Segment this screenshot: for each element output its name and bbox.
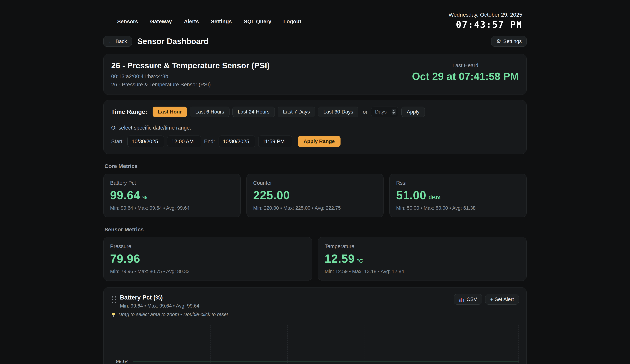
- metric-stats: Min: 12.59 • Max: 13.18 • Avg: 12.84: [325, 269, 520, 274]
- set-alert-button[interactable]: + Set Alert: [485, 294, 519, 305]
- number-spinner-icon[interactable]: [392, 109, 396, 115]
- sensor-subtitle: 26 - Pressure & Temperature Sensor (PSI): [111, 82, 270, 88]
- metric-value: 225.00: [253, 189, 290, 202]
- main-nav: Sensors Gateway Alerts Settings SQL Quer…: [103, 18, 301, 24]
- gridline: [287, 325, 288, 364]
- metric-label: Temperature: [325, 243, 520, 249]
- set-alert-label: + Set Alert: [490, 296, 514, 302]
- metric-unit: °C: [357, 258, 363, 264]
- metric-label: Battery Pct: [110, 180, 234, 186]
- sensor-info-card: 26 - Pressure & Temperature Sensor (PSI)…: [103, 54, 527, 95]
- start-time-input[interactable]: [167, 136, 201, 147]
- chart-plot[interactable]: [133, 325, 519, 364]
- metric-stats: Min: 220.00 • Max: 225.00 • Avg: 222.75: [253, 205, 377, 211]
- chart-hint-text: Drag to select area to zoom • Double-cli…: [118, 312, 228, 317]
- metric-unit: dBm: [428, 194, 440, 201]
- drag-handle-icon[interactable]: [112, 296, 116, 303]
- custom-range-section: Or select specific date/time range: Star…: [111, 125, 519, 147]
- nav-item-alerts[interactable]: Alerts: [184, 18, 199, 24]
- sensor-info-left: 26 - Pressure & Temperature Sensor (PSI)…: [111, 61, 270, 88]
- back-button-label: Back: [116, 38, 127, 44]
- metric-card-pressure: Pressure 79.96 Min: 79.96 • Max: 80.75 •…: [103, 237, 312, 281]
- settings-button[interactable]: ⚙ Settings: [491, 36, 527, 47]
- csv-button-label: CSV: [466, 296, 477, 302]
- time-range-label: Time Range:: [111, 108, 147, 115]
- end-label: End:: [204, 138, 215, 144]
- y-axis-tick-label: 99.64: [116, 359, 129, 364]
- metric-value: 79.96: [110, 252, 140, 265]
- battery-series-line: [133, 361, 519, 362]
- last-heard-block: Last Heard Oct 29 at 07:41:58 PM: [412, 61, 519, 82]
- metric-card-battery-pct: Battery Pct 99.64 % Min: 99.64 • Max: 99…: [103, 174, 240, 217]
- preset-last-30-days[interactable]: Last 30 Days: [318, 107, 358, 117]
- page-container: Sensors Gateway Alerts Settings SQL Quer…: [103, 0, 527, 364]
- nav-item-logout[interactable]: Logout: [283, 18, 301, 24]
- page-header: ← Back Sensor Dashboard ⚙ Settings: [103, 36, 527, 47]
- nav-item-sensors[interactable]: Sensors: [117, 18, 138, 24]
- clock-time: 07:43:57 PM: [448, 19, 522, 30]
- apply-range-button[interactable]: Apply Range: [298, 136, 340, 147]
- chart-title-block: Battery Pct (%) Min: 99.64 • Max: 99.64 …: [120, 294, 200, 309]
- nav-item-sql-query[interactable]: SQL Query: [244, 18, 271, 24]
- sensor-metrics-heading: Sensor Metrics: [103, 226, 527, 233]
- metric-value: 51.00: [396, 189, 426, 202]
- clock-date: Wednesday, October 29, 2025: [448, 12, 522, 18]
- preset-last-24-hours[interactable]: Last 24 Hours: [232, 107, 275, 117]
- lightbulb-icon: [111, 312, 116, 317]
- top-bar: Sensors Gateway Alerts Settings SQL Quer…: [103, 0, 527, 30]
- chart-buttons: CSV + Set Alert: [454, 294, 519, 305]
- metric-unit: %: [142, 194, 147, 201]
- metric-value-row: 225.00: [253, 189, 377, 202]
- chart-title: Battery Pct (%): [120, 294, 200, 301]
- sensor-title: 26 - Pressure & Temperature Sensor (PSI): [111, 61, 270, 70]
- metric-value-row: 51.00 dBm: [396, 189, 520, 202]
- battery-chart-panel: Battery Pct (%) Min: 99.64 • Max: 99.64 …: [103, 287, 527, 364]
- preset-last-7-days[interactable]: Last 7 Days: [278, 107, 315, 117]
- nav-item-gateway[interactable]: Gateway: [150, 18, 172, 24]
- back-button[interactable]: ← Back: [103, 36, 132, 47]
- end-date-input[interactable]: [218, 136, 256, 147]
- core-metrics-grid: Battery Pct 99.64 % Min: 99.64 • Max: 99…: [103, 174, 527, 217]
- chart-hint: Drag to select area to zoom • Double-cli…: [111, 312, 519, 317]
- gear-icon: ⚙: [496, 39, 501, 44]
- settings-button-label: Settings: [503, 38, 522, 44]
- metric-card-rssi: Rssi 51.00 dBm Min: 50.00 • Max: 80.00 •…: [390, 174, 527, 217]
- sensor-mac-address: 00:13:a2:00:41:ba:c4:8b: [111, 73, 270, 79]
- chart-header: Battery Pct (%) Min: 99.64 • Max: 99.64 …: [111, 294, 519, 309]
- csv-export-button[interactable]: CSV: [454, 294, 482, 305]
- start-label: Start:: [111, 138, 124, 144]
- or-label: or: [363, 109, 368, 115]
- metric-value-row: 12.59 °C: [325, 252, 520, 265]
- custom-range-fields: Start: End: Apply Range: [111, 136, 519, 147]
- gridline: [518, 325, 519, 364]
- sensor-metrics-grid: Pressure 79.96 Min: 79.96 • Max: 80.75 •…: [103, 237, 527, 281]
- chart-area: 99.64: [111, 325, 519, 364]
- last-heard-value: Oct 29 at 07:41:58 PM: [412, 70, 519, 82]
- metric-value: 99.64: [110, 189, 140, 202]
- core-metrics-heading: Core Metrics: [103, 163, 527, 169]
- bar-chart-icon: [459, 297, 464, 302]
- end-time-input[interactable]: [258, 136, 292, 147]
- custom-range-label: Or select specific date/time range:: [111, 125, 519, 131]
- metric-label: Counter: [253, 180, 377, 186]
- y-axis: 99.64: [111, 325, 133, 364]
- metric-value: 12.59: [325, 252, 355, 265]
- back-arrow-icon: ←: [108, 38, 114, 44]
- start-date-input[interactable]: [128, 136, 164, 147]
- metric-label: Rssi: [396, 180, 520, 186]
- page-title: Sensor Dashboard: [137, 37, 208, 46]
- metric-card-counter: Counter 225.00 Min: 220.00 • Max: 225.00…: [246, 174, 384, 217]
- metric-stats: Min: 50.00 • Max: 80.00 • Avg: 61.38: [396, 205, 520, 211]
- metric-label: Pressure: [110, 243, 305, 249]
- nav-item-settings[interactable]: Settings: [211, 18, 232, 24]
- preset-last-6-hours[interactable]: Last 6 Hours: [190, 107, 230, 117]
- gridline: [364, 325, 365, 364]
- metric-value-row: 79.96: [110, 252, 305, 265]
- preset-last-hour[interactable]: Last Hour: [152, 107, 187, 117]
- metric-stats: Min: 79.96 • Max: 80.75 • Avg: 80.33: [110, 269, 305, 274]
- last-heard-label: Last Heard: [412, 62, 519, 68]
- metric-card-temperature: Temperature 12.59 °C Min: 12.59 • Max: 1…: [318, 237, 527, 281]
- gridline: [442, 325, 442, 364]
- apply-days-button[interactable]: Apply: [402, 107, 425, 117]
- time-range-card: Time Range: Last Hour Last 6 Hours Last …: [103, 100, 527, 154]
